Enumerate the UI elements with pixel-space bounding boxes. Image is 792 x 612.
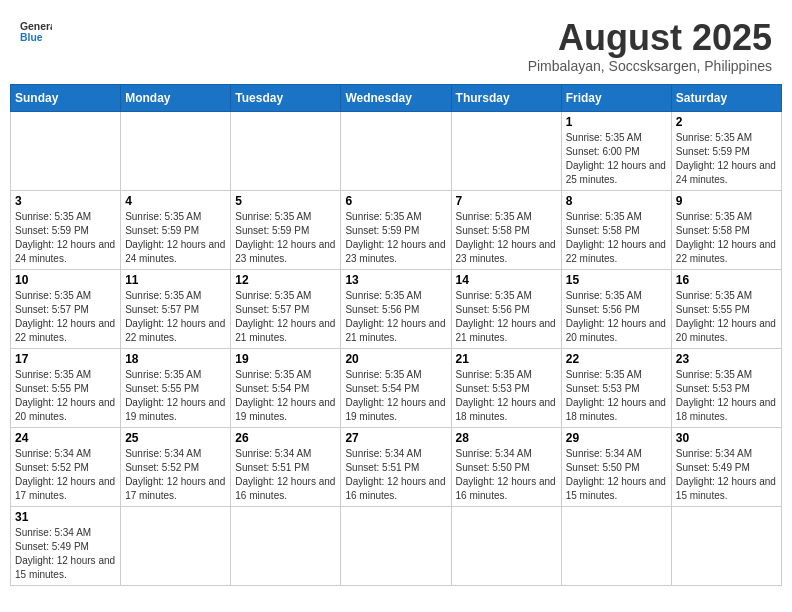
day-number: 9 — [676, 194, 777, 208]
calendar-week-row: 10Sunrise: 5:35 AM Sunset: 5:57 PM Dayli… — [11, 269, 782, 348]
day-info: Sunrise: 5:34 AM Sunset: 5:50 PM Dayligh… — [456, 447, 557, 503]
calendar-week-row: 17Sunrise: 5:35 AM Sunset: 5:55 PM Dayli… — [11, 348, 782, 427]
calendar-cell — [561, 506, 671, 585]
weekday-header-row: SundayMondayTuesdayWednesdayThursdayFrid… — [11, 84, 782, 111]
day-number: 7 — [456, 194, 557, 208]
calendar-cell: 30Sunrise: 5:34 AM Sunset: 5:49 PM Dayli… — [671, 427, 781, 506]
day-info: Sunrise: 5:35 AM Sunset: 5:55 PM Dayligh… — [125, 368, 226, 424]
day-number: 22 — [566, 352, 667, 366]
calendar-cell — [451, 506, 561, 585]
title-block: August 2025 Pimbalayan, Soccsksargen, Ph… — [528, 18, 772, 74]
day-info: Sunrise: 5:34 AM Sunset: 5:52 PM Dayligh… — [15, 447, 116, 503]
calendar-cell: 22Sunrise: 5:35 AM Sunset: 5:53 PM Dayli… — [561, 348, 671, 427]
calendar-cell: 12Sunrise: 5:35 AM Sunset: 5:57 PM Dayli… — [231, 269, 341, 348]
day-number: 4 — [125, 194, 226, 208]
calendar-cell: 16Sunrise: 5:35 AM Sunset: 5:55 PM Dayli… — [671, 269, 781, 348]
day-number: 30 — [676, 431, 777, 445]
calendar-cell: 15Sunrise: 5:35 AM Sunset: 5:56 PM Dayli… — [561, 269, 671, 348]
weekday-header-sunday: Sunday — [11, 84, 121, 111]
calendar-cell: 7Sunrise: 5:35 AM Sunset: 5:58 PM Daylig… — [451, 190, 561, 269]
day-info: Sunrise: 5:35 AM Sunset: 5:57 PM Dayligh… — [15, 289, 116, 345]
calendar-cell — [121, 506, 231, 585]
calendar-cell: 28Sunrise: 5:34 AM Sunset: 5:50 PM Dayli… — [451, 427, 561, 506]
calendar-cell: 21Sunrise: 5:35 AM Sunset: 5:53 PM Dayli… — [451, 348, 561, 427]
calendar-cell: 6Sunrise: 5:35 AM Sunset: 5:59 PM Daylig… — [341, 190, 451, 269]
calendar-cell — [231, 506, 341, 585]
day-info: Sunrise: 5:35 AM Sunset: 5:56 PM Dayligh… — [456, 289, 557, 345]
weekday-header-wednesday: Wednesday — [341, 84, 451, 111]
calendar-week-row: 24Sunrise: 5:34 AM Sunset: 5:52 PM Dayli… — [11, 427, 782, 506]
calendar-cell: 9Sunrise: 5:35 AM Sunset: 5:58 PM Daylig… — [671, 190, 781, 269]
day-number: 29 — [566, 431, 667, 445]
calendar-cell: 11Sunrise: 5:35 AM Sunset: 5:57 PM Dayli… — [121, 269, 231, 348]
day-number: 6 — [345, 194, 446, 208]
day-number: 18 — [125, 352, 226, 366]
day-number: 26 — [235, 431, 336, 445]
calendar-cell — [121, 111, 231, 190]
calendar-cell: 27Sunrise: 5:34 AM Sunset: 5:51 PM Dayli… — [341, 427, 451, 506]
calendar-cell: 25Sunrise: 5:34 AM Sunset: 5:52 PM Dayli… — [121, 427, 231, 506]
day-number: 10 — [15, 273, 116, 287]
calendar-cell: 1Sunrise: 5:35 AM Sunset: 6:00 PM Daylig… — [561, 111, 671, 190]
day-number: 23 — [676, 352, 777, 366]
svg-text:General: General — [20, 21, 52, 32]
day-number: 8 — [566, 194, 667, 208]
day-info: Sunrise: 5:35 AM Sunset: 5:53 PM Dayligh… — [676, 368, 777, 424]
calendar-cell: 23Sunrise: 5:35 AM Sunset: 5:53 PM Dayli… — [671, 348, 781, 427]
day-info: Sunrise: 5:35 AM Sunset: 5:56 PM Dayligh… — [566, 289, 667, 345]
calendar-cell: 13Sunrise: 5:35 AM Sunset: 5:56 PM Dayli… — [341, 269, 451, 348]
logo: General Blue — [20, 18, 52, 46]
calendar-cell: 26Sunrise: 5:34 AM Sunset: 5:51 PM Dayli… — [231, 427, 341, 506]
calendar-cell: 5Sunrise: 5:35 AM Sunset: 5:59 PM Daylig… — [231, 190, 341, 269]
calendar-cell: 31Sunrise: 5:34 AM Sunset: 5:49 PM Dayli… — [11, 506, 121, 585]
day-number: 17 — [15, 352, 116, 366]
calendar-cell — [451, 111, 561, 190]
generalblue-logo-icon: General Blue — [20, 18, 52, 46]
day-info: Sunrise: 5:35 AM Sunset: 5:53 PM Dayligh… — [566, 368, 667, 424]
day-info: Sunrise: 5:35 AM Sunset: 5:54 PM Dayligh… — [235, 368, 336, 424]
day-info: Sunrise: 5:35 AM Sunset: 5:59 PM Dayligh… — [345, 210, 446, 266]
day-number: 1 — [566, 115, 667, 129]
day-info: Sunrise: 5:34 AM Sunset: 5:49 PM Dayligh… — [676, 447, 777, 503]
day-number: 11 — [125, 273, 226, 287]
day-number: 2 — [676, 115, 777, 129]
calendar-cell — [231, 111, 341, 190]
day-info: Sunrise: 5:34 AM Sunset: 5:49 PM Dayligh… — [15, 526, 116, 582]
calendar-cell: 29Sunrise: 5:34 AM Sunset: 5:50 PM Dayli… — [561, 427, 671, 506]
day-number: 24 — [15, 431, 116, 445]
day-number: 5 — [235, 194, 336, 208]
day-info: Sunrise: 5:35 AM Sunset: 5:59 PM Dayligh… — [15, 210, 116, 266]
calendar-cell: 19Sunrise: 5:35 AM Sunset: 5:54 PM Dayli… — [231, 348, 341, 427]
calendar-week-row: 3Sunrise: 5:35 AM Sunset: 5:59 PM Daylig… — [11, 190, 782, 269]
day-number: 19 — [235, 352, 336, 366]
day-info: Sunrise: 5:35 AM Sunset: 5:59 PM Dayligh… — [235, 210, 336, 266]
day-number: 13 — [345, 273, 446, 287]
day-number: 27 — [345, 431, 446, 445]
calendar-cell — [341, 111, 451, 190]
weekday-header-friday: Friday — [561, 84, 671, 111]
day-number: 25 — [125, 431, 226, 445]
calendar-cell: 8Sunrise: 5:35 AM Sunset: 5:58 PM Daylig… — [561, 190, 671, 269]
day-info: Sunrise: 5:34 AM Sunset: 5:51 PM Dayligh… — [345, 447, 446, 503]
calendar-cell: 20Sunrise: 5:35 AM Sunset: 5:54 PM Dayli… — [341, 348, 451, 427]
day-info: Sunrise: 5:35 AM Sunset: 5:58 PM Dayligh… — [456, 210, 557, 266]
svg-text:Blue: Blue — [20, 32, 43, 43]
day-info: Sunrise: 5:34 AM Sunset: 5:50 PM Dayligh… — [566, 447, 667, 503]
day-number: 14 — [456, 273, 557, 287]
calendar-title: August 2025 — [528, 18, 772, 58]
day-number: 20 — [345, 352, 446, 366]
weekday-header-monday: Monday — [121, 84, 231, 111]
calendar-cell: 24Sunrise: 5:34 AM Sunset: 5:52 PM Dayli… — [11, 427, 121, 506]
day-number: 28 — [456, 431, 557, 445]
calendar-week-row: 1Sunrise: 5:35 AM Sunset: 6:00 PM Daylig… — [11, 111, 782, 190]
day-info: Sunrise: 5:35 AM Sunset: 5:57 PM Dayligh… — [125, 289, 226, 345]
calendar-week-row: 31Sunrise: 5:34 AM Sunset: 5:49 PM Dayli… — [11, 506, 782, 585]
day-info: Sunrise: 5:35 AM Sunset: 5:56 PM Dayligh… — [345, 289, 446, 345]
weekday-header-tuesday: Tuesday — [231, 84, 341, 111]
weekday-header-saturday: Saturday — [671, 84, 781, 111]
day-info: Sunrise: 5:34 AM Sunset: 5:51 PM Dayligh… — [235, 447, 336, 503]
calendar-cell — [11, 111, 121, 190]
calendar-cell — [671, 506, 781, 585]
day-number: 12 — [235, 273, 336, 287]
calendar-cell: 2Sunrise: 5:35 AM Sunset: 5:59 PM Daylig… — [671, 111, 781, 190]
